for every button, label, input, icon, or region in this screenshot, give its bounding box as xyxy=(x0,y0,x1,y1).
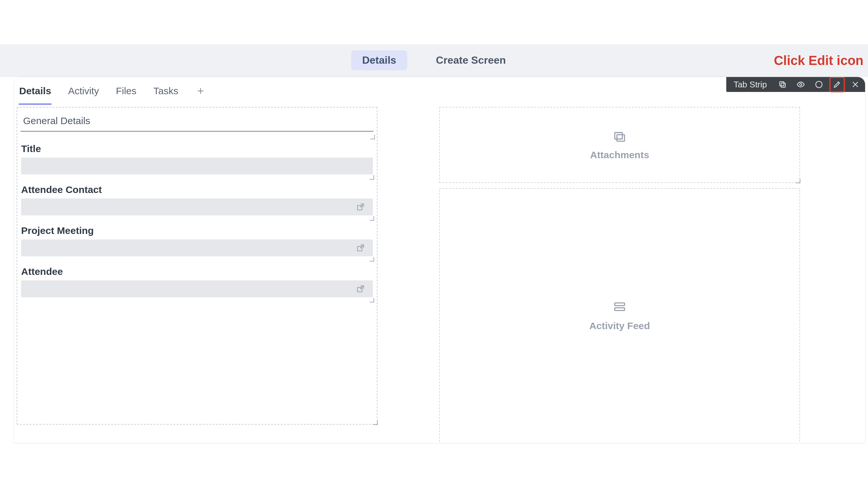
field-label: Attendee xyxy=(21,266,373,277)
top-tab-details[interactable]: Details xyxy=(351,51,407,70)
text-input[interactable] xyxy=(21,158,373,174)
tab-files[interactable]: Files xyxy=(115,77,137,105)
attachments-title: Attachments xyxy=(590,150,649,161)
left-form-zone[interactable]: General Details Title Attendee Contact xyxy=(17,107,377,425)
attachments-placeholder[interactable]: Attachments xyxy=(439,107,800,183)
circle-icon[interactable] xyxy=(813,78,825,90)
field-resize-handle[interactable] xyxy=(370,216,374,221)
top-letterbox xyxy=(0,0,868,44)
relation-input[interactable] xyxy=(21,239,373,256)
activity-feed-placeholder[interactable]: Activity Feed xyxy=(439,188,800,443)
field-resize-handle[interactable] xyxy=(370,257,374,262)
attachments-icon xyxy=(613,129,626,142)
right-column: Attachments Activity Feed xyxy=(439,107,800,443)
activity-feed-icon xyxy=(613,300,626,313)
activity-feed-title: Activity Feed xyxy=(589,320,650,331)
element-toolbar: Tab Strip xyxy=(726,77,865,92)
bottom-letterbox xyxy=(0,443,868,487)
close-icon[interactable] xyxy=(849,78,861,90)
svg-point-2 xyxy=(800,84,802,86)
tab-details[interactable]: Details xyxy=(19,77,52,105)
field-label: Title xyxy=(21,143,373,154)
field-resize-handle[interactable] xyxy=(370,175,374,180)
relation-input[interactable] xyxy=(21,281,373,297)
field-resize-handle[interactable] xyxy=(370,298,374,302)
relation-input[interactable] xyxy=(21,198,373,216)
svg-rect-12 xyxy=(617,135,624,141)
section-header[interactable]: General Details xyxy=(21,109,374,132)
eye-icon[interactable] xyxy=(795,78,807,90)
field-project-meeting[interactable]: Project Meeting xyxy=(19,221,375,262)
top-tab-create-screen[interactable]: Create Screen xyxy=(425,51,517,70)
tab-activity[interactable]: Activity xyxy=(67,77,99,105)
svg-rect-13 xyxy=(615,303,624,305)
section-resize-handle[interactable] xyxy=(370,135,375,139)
field-title[interactable]: Title xyxy=(19,139,375,180)
svg-rect-11 xyxy=(615,133,622,139)
add-tab-button[interactable] xyxy=(194,85,207,97)
pencil-icon[interactable] xyxy=(831,78,843,90)
canvas-panel: Tab Strip Details Activity Files Tasks G… xyxy=(14,77,865,443)
callout-text: Click Edit icon xyxy=(774,53,863,68)
svg-point-3 xyxy=(816,81,822,88)
svg-rect-1 xyxy=(780,82,784,86)
field-attendee-contact[interactable]: Attendee Contact xyxy=(19,180,375,221)
field-attendee[interactable]: Attendee xyxy=(19,262,375,302)
svg-rect-14 xyxy=(615,308,624,310)
tab-tasks[interactable]: Tasks xyxy=(153,77,179,105)
copy-icon[interactable] xyxy=(777,78,788,90)
editor-body: General Details Title Attendee Contact xyxy=(17,107,863,443)
field-label: Attendee Contact xyxy=(21,184,373,195)
primary-tab-bar: Details Create Screen Click Edit icon xyxy=(0,44,868,77)
svg-rect-0 xyxy=(781,83,785,88)
zone-resize-handle[interactable] xyxy=(373,420,378,425)
field-label: Project Meeting xyxy=(21,225,373,236)
element-toolbar-label: Tab Strip xyxy=(734,79,767,90)
zone-resize-handle[interactable] xyxy=(796,179,800,183)
